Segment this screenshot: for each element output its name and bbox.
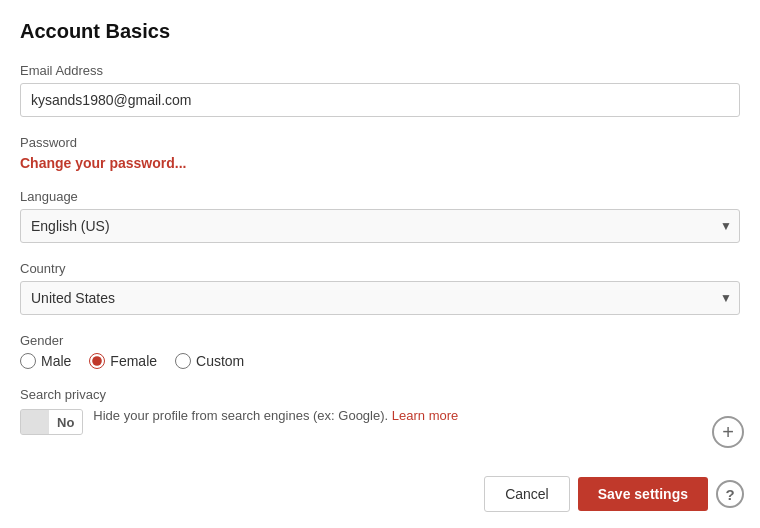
password-group: Password Change your password...	[20, 135, 740, 171]
language-select[interactable]: English (US) Spanish French German Japan…	[20, 209, 740, 243]
password-label: Password	[20, 135, 740, 150]
gender-custom-radio[interactable]	[175, 353, 191, 369]
country-select-wrapper: United States United Kingdom Canada Aust…	[20, 281, 740, 315]
gender-label: Gender	[20, 333, 740, 348]
gender-male-label[interactable]: Male	[20, 353, 71, 369]
search-privacy-group: Search privacy No Hide your profile from…	[20, 387, 740, 435]
save-button[interactable]: Save settings	[578, 477, 708, 511]
gender-female-label[interactable]: Female	[89, 353, 157, 369]
country-group: Country United States United Kingdom Can…	[20, 261, 740, 315]
email-group: Email Address	[20, 63, 740, 117]
gender-female-text: Female	[110, 353, 157, 369]
toggle-wrapper[interactable]: No	[20, 409, 83, 435]
gender-custom-label[interactable]: Custom	[175, 353, 244, 369]
search-privacy-label: Search privacy	[20, 387, 740, 402]
email-field[interactable]	[20, 83, 740, 117]
toggle-off-area	[21, 410, 49, 434]
country-label: Country	[20, 261, 740, 276]
gender-options: Male Female Custom	[20, 353, 740, 369]
help-button[interactable]: ?	[716, 480, 744, 508]
bottom-bar: Cancel Save settings ?	[484, 476, 744, 512]
cancel-button[interactable]: Cancel	[484, 476, 570, 512]
gender-male-radio[interactable]	[20, 353, 36, 369]
toggle-no-button[interactable]: No	[49, 410, 82, 434]
gender-female-radio[interactable]	[89, 353, 105, 369]
language-label: Language	[20, 189, 740, 204]
email-label: Email Address	[20, 63, 740, 78]
page-title: Account Basics	[20, 20, 740, 43]
privacy-description: Hide your profile from search engines (e…	[93, 407, 458, 425]
change-password-link[interactable]: Change your password...	[20, 155, 186, 171]
gender-custom-text: Custom	[196, 353, 244, 369]
plus-button[interactable]: +	[712, 416, 744, 448]
learn-more-link[interactable]: Learn more	[392, 408, 458, 423]
language-group: Language English (US) Spanish French Ger…	[20, 189, 740, 243]
gender-male-text: Male	[41, 353, 71, 369]
page-container: Account Basics Email Address Password Ch…	[0, 0, 760, 528]
gender-group: Gender Male Female Custom	[20, 333, 740, 369]
language-select-wrapper: English (US) Spanish French German Japan…	[20, 209, 740, 243]
search-privacy-row: No Hide your profile from search engines…	[20, 407, 740, 435]
country-select[interactable]: United States United Kingdom Canada Aust…	[20, 281, 740, 315]
